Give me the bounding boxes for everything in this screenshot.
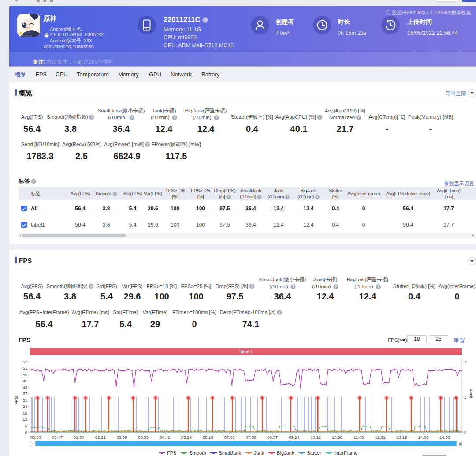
svg-text:11:45: 11:45 (353, 435, 364, 440)
svg-text:2: 2 (464, 359, 466, 364)
svg-text:12:32: 12:32 (375, 435, 386, 440)
svg-text:08:37: 08:37 (268, 435, 278, 440)
svg-text:0: 0 (25, 430, 27, 435)
svg-text:10:58: 10:58 (332, 435, 342, 440)
svg-text:04:42: 04:42 (160, 435, 170, 440)
svg-text:14:53: 14:53 (439, 435, 450, 440)
svg-text:18: 18 (22, 411, 27, 415)
svg-text:00:47: 00:47 (52, 435, 63, 440)
svg-text:37: 37 (22, 391, 27, 396)
svg-text:03:08: 03:08 (117, 435, 127, 440)
svg-text:49: 49 (22, 378, 27, 383)
svg-text:0: 0 (464, 430, 466, 435)
svg-text:01:34: 01:34 (74, 435, 84, 440)
svg-text:FPS: FPS (14, 396, 19, 404)
svg-text:03:55: 03:55 (138, 435, 149, 440)
svg-text:12: 12 (22, 417, 27, 422)
svg-text:miHoYo: miHoYo (24, 34, 32, 37)
svg-text:55: 55 (22, 372, 27, 377)
svg-text:10:11: 10:11 (311, 435, 321, 440)
svg-text:13:19: 13:19 (397, 435, 407, 440)
svg-text:31: 31 (22, 398, 27, 403)
svg-text:05:29: 05:29 (181, 435, 192, 440)
svg-text:43: 43 (22, 385, 27, 390)
svg-text:67: 67 (22, 359, 27, 364)
svg-text:09:24: 09:24 (289, 435, 299, 440)
svg-text:06:16: 06:16 (203, 435, 213, 440)
svg-text:07:03: 07:03 (224, 435, 235, 440)
svg-text:07:50: 07:50 (246, 435, 257, 440)
svg-text:1: 1 (464, 395, 466, 400)
svg-text:Jank: Jank (469, 389, 474, 399)
svg-text:02:21: 02:21 (95, 435, 106, 440)
svg-text:6: 6 (25, 423, 27, 428)
svg-text:14:06: 14:06 (418, 435, 428, 440)
svg-text:61: 61 (22, 366, 27, 370)
svg-text:24: 24 (22, 404, 27, 409)
svg-text:00:00: 00:00 (30, 435, 41, 440)
